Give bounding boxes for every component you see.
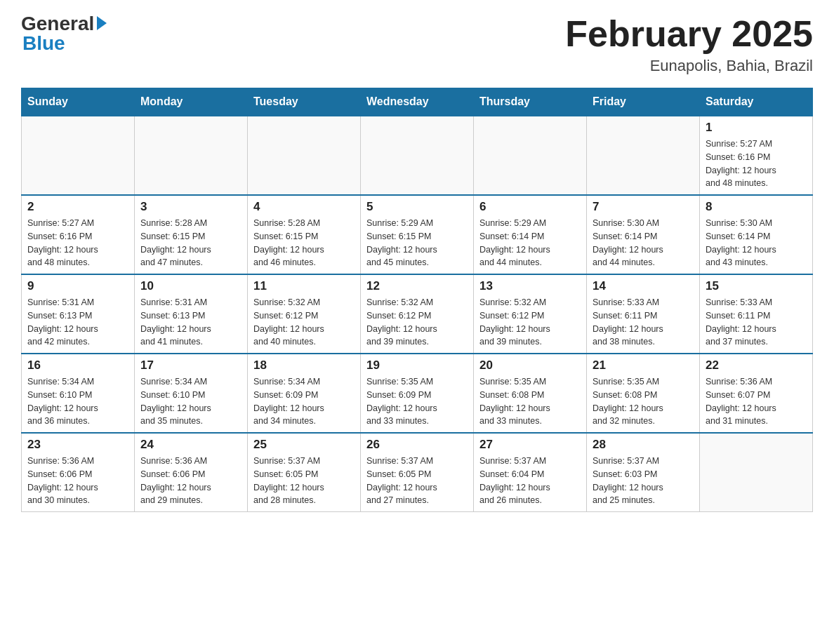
calendar-cell: 14Sunrise: 5:33 AM Sunset: 6:11 PM Dayli…	[587, 274, 700, 354]
day-number: 21	[593, 358, 694, 373]
day-info: Sunrise: 5:27 AM Sunset: 6:16 PM Dayligh…	[27, 217, 128, 269]
title-block: February 2025 Eunapolis, Bahia, Brazil	[565, 14, 813, 75]
day-number: 4	[253, 200, 355, 214]
calendar-cell	[361, 116, 474, 195]
calendar-cell	[248, 116, 361, 195]
day-number: 18	[253, 358, 355, 373]
logo-arrow-icon	[97, 16, 107, 30]
day-number: 5	[366, 200, 468, 214]
day-number: 27	[479, 438, 581, 452]
calendar-cell: 6Sunrise: 5:29 AM Sunset: 6:14 PM Daylig…	[474, 195, 587, 274]
day-info: Sunrise: 5:29 AM Sunset: 6:14 PM Dayligh…	[479, 217, 581, 269]
calendar-cell: 5Sunrise: 5:29 AM Sunset: 6:15 PM Daylig…	[361, 195, 474, 274]
day-info: Sunrise: 5:31 AM Sunset: 6:13 PM Dayligh…	[140, 296, 241, 349]
header-day-monday: Monday	[135, 88, 248, 116]
day-number: 14	[593, 279, 694, 293]
day-info: Sunrise: 5:33 AM Sunset: 6:11 PM Dayligh…	[706, 296, 807, 349]
week-row-5: 23Sunrise: 5:36 AM Sunset: 6:06 PM Dayli…	[22, 433, 813, 512]
day-info: Sunrise: 5:35 AM Sunset: 6:08 PM Dayligh…	[593, 375, 694, 428]
calendar-cell: 16Sunrise: 5:34 AM Sunset: 6:10 PM Dayli…	[22, 354, 135, 433]
day-info: Sunrise: 5:36 AM Sunset: 6:06 PM Dayligh…	[27, 455, 128, 507]
calendar-cell: 18Sunrise: 5:34 AM Sunset: 6:09 PM Dayli…	[248, 354, 361, 433]
day-number: 19	[366, 358, 468, 373]
calendar-cell: 15Sunrise: 5:33 AM Sunset: 6:11 PM Dayli…	[700, 274, 813, 354]
day-info: Sunrise: 5:31 AM Sunset: 6:13 PM Dayligh…	[27, 296, 128, 349]
day-info: Sunrise: 5:32 AM Sunset: 6:12 PM Dayligh…	[479, 296, 581, 349]
day-info: Sunrise: 5:37 AM Sunset: 6:04 PM Dayligh…	[479, 455, 581, 507]
header-day-saturday: Saturday	[700, 88, 813, 116]
week-row-4: 16Sunrise: 5:34 AM Sunset: 6:10 PM Dayli…	[22, 354, 813, 433]
calendar-cell: 25Sunrise: 5:37 AM Sunset: 6:05 PM Dayli…	[248, 433, 361, 512]
day-number: 24	[140, 438, 241, 452]
day-number: 23	[27, 438, 128, 452]
calendar-cell: 4Sunrise: 5:28 AM Sunset: 6:15 PM Daylig…	[248, 195, 361, 274]
week-row-1: 1Sunrise: 5:27 AM Sunset: 6:16 PM Daylig…	[22, 116, 813, 195]
calendar-cell: 28Sunrise: 5:37 AM Sunset: 6:03 PM Dayli…	[587, 433, 700, 512]
calendar-title: February 2025	[565, 14, 813, 54]
day-info: Sunrise: 5:32 AM Sunset: 6:12 PM Dayligh…	[366, 296, 468, 349]
page-header: General Blue February 2025 Eunapolis, Ba…	[21, 14, 813, 75]
day-number: 3	[140, 200, 241, 214]
calendar-body: 1Sunrise: 5:27 AM Sunset: 6:16 PM Daylig…	[22, 116, 813, 512]
header-row: SundayMondayTuesdayWednesdayThursdayFrid…	[22, 88, 813, 116]
calendar-cell: 27Sunrise: 5:37 AM Sunset: 6:04 PM Dayli…	[474, 433, 587, 512]
calendar-cell: 13Sunrise: 5:32 AM Sunset: 6:12 PM Dayli…	[474, 274, 587, 354]
calendar-cell: 17Sunrise: 5:34 AM Sunset: 6:10 PM Dayli…	[135, 354, 248, 433]
calendar-cell	[474, 116, 587, 195]
day-number: 7	[593, 200, 694, 214]
calendar-header: SundayMondayTuesdayWednesdayThursdayFrid…	[22, 88, 813, 116]
calendar-cell	[700, 433, 813, 512]
day-info: Sunrise: 5:35 AM Sunset: 6:08 PM Dayligh…	[479, 375, 581, 428]
calendar-cell	[22, 116, 135, 195]
day-number: 17	[140, 358, 241, 373]
calendar-cell: 19Sunrise: 5:35 AM Sunset: 6:09 PM Dayli…	[361, 354, 474, 433]
calendar-table: SundayMondayTuesdayWednesdayThursdayFrid…	[21, 88, 813, 512]
header-day-friday: Friday	[587, 88, 700, 116]
header-day-wednesday: Wednesday	[361, 88, 474, 116]
day-number: 28	[593, 438, 694, 452]
day-number: 8	[706, 200, 807, 214]
day-number: 12	[366, 279, 468, 293]
logo-blue: Blue	[22, 34, 65, 53]
calendar-cell: 26Sunrise: 5:37 AM Sunset: 6:05 PM Dayli…	[361, 433, 474, 512]
day-number: 16	[27, 358, 128, 373]
week-row-3: 9Sunrise: 5:31 AM Sunset: 6:13 PM Daylig…	[22, 274, 813, 354]
day-number: 9	[27, 279, 128, 293]
day-info: Sunrise: 5:33 AM Sunset: 6:11 PM Dayligh…	[593, 296, 694, 349]
calendar-cell: 3Sunrise: 5:28 AM Sunset: 6:15 PM Daylig…	[135, 195, 248, 274]
day-number: 25	[253, 438, 355, 452]
day-info: Sunrise: 5:36 AM Sunset: 6:07 PM Dayligh…	[706, 375, 807, 428]
day-number: 10	[140, 279, 241, 293]
calendar-cell: 1Sunrise: 5:27 AM Sunset: 6:16 PM Daylig…	[700, 116, 813, 195]
day-info: Sunrise: 5:28 AM Sunset: 6:15 PM Dayligh…	[253, 217, 355, 269]
day-number: 26	[366, 438, 468, 452]
calendar-cell: 8Sunrise: 5:30 AM Sunset: 6:14 PM Daylig…	[700, 195, 813, 274]
day-info: Sunrise: 5:37 AM Sunset: 6:03 PM Dayligh…	[593, 455, 694, 507]
calendar-cell: 20Sunrise: 5:35 AM Sunset: 6:08 PM Dayli…	[474, 354, 587, 433]
calendar-cell: 11Sunrise: 5:32 AM Sunset: 6:12 PM Dayli…	[248, 274, 361, 354]
day-number: 6	[479, 200, 581, 214]
day-info: Sunrise: 5:27 AM Sunset: 6:16 PM Dayligh…	[706, 137, 807, 190]
day-info: Sunrise: 5:36 AM Sunset: 6:06 PM Dayligh…	[140, 455, 241, 507]
logo-general: General	[21, 14, 107, 34]
logo: General Blue	[21, 14, 107, 53]
day-number: 15	[706, 279, 807, 293]
header-day-sunday: Sunday	[22, 88, 135, 116]
calendar-cell: 21Sunrise: 5:35 AM Sunset: 6:08 PM Dayli…	[587, 354, 700, 433]
calendar-cell: 23Sunrise: 5:36 AM Sunset: 6:06 PM Dayli…	[22, 433, 135, 512]
day-info: Sunrise: 5:30 AM Sunset: 6:14 PM Dayligh…	[706, 217, 807, 269]
calendar-cell: 10Sunrise: 5:31 AM Sunset: 6:13 PM Dayli…	[135, 274, 248, 354]
calendar-cell: 7Sunrise: 5:30 AM Sunset: 6:14 PM Daylig…	[587, 195, 700, 274]
day-info: Sunrise: 5:28 AM Sunset: 6:15 PM Dayligh…	[140, 217, 241, 269]
calendar-cell: 9Sunrise: 5:31 AM Sunset: 6:13 PM Daylig…	[22, 274, 135, 354]
day-number: 11	[253, 279, 355, 293]
day-info: Sunrise: 5:37 AM Sunset: 6:05 PM Dayligh…	[253, 455, 355, 507]
day-info: Sunrise: 5:35 AM Sunset: 6:09 PM Dayligh…	[366, 375, 468, 428]
calendar-cell: 2Sunrise: 5:27 AM Sunset: 6:16 PM Daylig…	[22, 195, 135, 274]
calendar-cell: 22Sunrise: 5:36 AM Sunset: 6:07 PM Dayli…	[700, 354, 813, 433]
day-number: 20	[479, 358, 581, 373]
day-info: Sunrise: 5:30 AM Sunset: 6:14 PM Dayligh…	[593, 217, 694, 269]
calendar-subtitle: Eunapolis, Bahia, Brazil	[565, 57, 813, 75]
week-row-2: 2Sunrise: 5:27 AM Sunset: 6:16 PM Daylig…	[22, 195, 813, 274]
day-number: 1	[706, 121, 807, 135]
